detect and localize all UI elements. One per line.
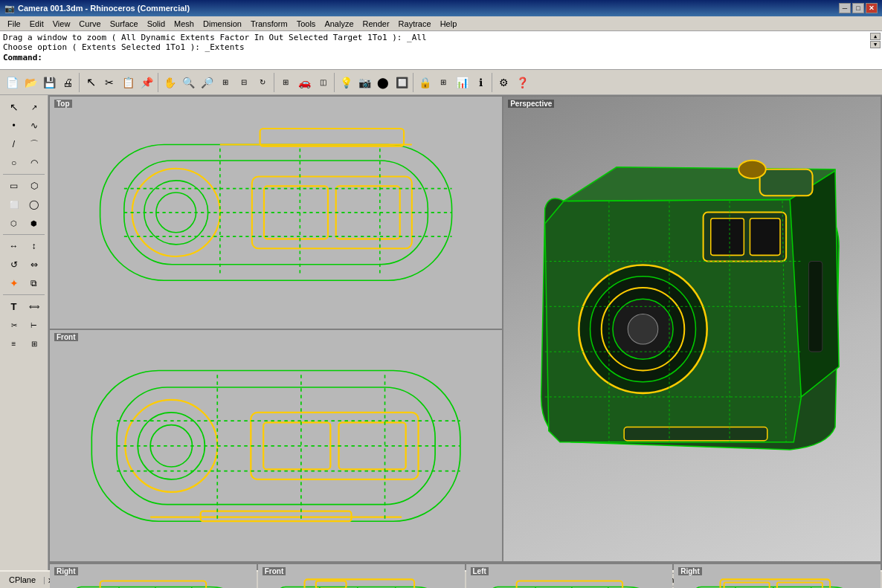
titlebar-title: Camera 001.3dm - Rhinoceros (Commercial) — [18, 4, 190, 13]
vp-bottom-1[interactable]: Right — [50, 564, 257, 588]
menu-file[interactable]: File — [3, 18, 25, 30]
lt-nurbs[interactable]: ⬢ — [25, 214, 44, 232]
svg-rect-16 — [91, 370, 460, 521]
lt-polygon[interactable]: ⬡ — [25, 177, 44, 195]
tb-light[interactable]: 💡 — [337, 74, 355, 91]
lt-row-1: ↖ ↗ — [4, 98, 44, 116]
lt-row-6: ⬜ ◯ — [4, 196, 44, 213]
svg-point-36 — [628, 314, 658, 344]
menu-solid[interactable]: Solid — [143, 18, 170, 30]
lt-circle[interactable]: ○ — [4, 154, 24, 172]
lt-curve[interactable]: ∿ — [25, 117, 44, 135]
tb-open[interactable]: 📂 — [22, 74, 39, 91]
menu-surface[interactable]: Surface — [106, 18, 143, 30]
lt-select-arrow[interactable]: ↖ — [4, 98, 24, 116]
lt-row-9: ↺ ⇔ — [4, 256, 44, 274]
lt-extend[interactable]: ⊢ — [25, 316, 44, 334]
menu-help[interactable]: Help — [436, 18, 462, 30]
lt-box[interactable]: ⬜ — [4, 196, 24, 213]
lt-transform1[interactable]: ↔ — [4, 237, 24, 255]
svg-rect-9 — [260, 129, 404, 146]
lt-layer2[interactable]: ⊞ — [25, 335, 44, 352]
lt-row-3: / ⌒ — [4, 135, 44, 153]
lt-gumball[interactable]: ✦ — [4, 274, 24, 292]
vp-front-label: Front — [54, 333, 78, 341]
tb-paste[interactable]: 📌 — [138, 74, 155, 91]
svg-rect-38 — [711, 219, 744, 256]
tb-unknown1[interactable]: ◫ — [314, 74, 332, 91]
tb-rotate[interactable]: ↻ — [254, 74, 271, 91]
command-scroll-buttons: ▲ ▼ — [870, 33, 881, 48]
vp-bottom-4[interactable]: Right — [674, 564, 881, 588]
tb-separator-1 — [79, 73, 80, 92]
svg-rect-42 — [624, 427, 767, 440]
lt-rect[interactable]: ▭ — [4, 177, 24, 195]
menu-raytrace[interactable]: Raytrace — [394, 18, 436, 30]
tb-viewport-4[interactable]: ⊞ — [277, 74, 294, 91]
tb-new[interactable]: 📄 — [3, 74, 21, 91]
menu-view[interactable]: View — [48, 18, 75, 30]
lt-dim[interactable]: ⟺ — [25, 297, 44, 315]
lt-arc[interactable]: ◠ — [25, 154, 44, 172]
close-button[interactable]: ✕ — [866, 3, 878, 13]
menu-dimension[interactable]: Dimension — [199, 18, 246, 30]
tb-grid[interactable]: ⊞ — [434, 74, 452, 91]
vp-top-svg — [50, 97, 502, 329]
menu-analyze[interactable]: Analyze — [320, 18, 358, 30]
lt-row-4: ○ ◠ — [4, 154, 44, 172]
lt-polyline[interactable]: ⌒ — [25, 135, 44, 153]
lt-sphere2[interactable]: ◯ — [25, 196, 44, 213]
vp-b1-svg: y z — [50, 564, 257, 588]
tb-select[interactable]: ↖ — [82, 74, 100, 91]
cmd-scroll-up[interactable]: ▲ — [870, 33, 881, 40]
command-area: Drag a window to zoom ( All Dynamic Exte… — [0, 31, 882, 70]
tb-lock[interactable]: 🔒 — [416, 74, 434, 91]
cmd-scroll-down[interactable]: ▼ — [870, 41, 881, 48]
command-input[interactable] — [44, 53, 879, 62]
menu-curve[interactable]: Curve — [74, 18, 105, 30]
lt-line[interactable]: / — [4, 135, 24, 153]
tb-zoom-out[interactable]: 🔎 — [198, 74, 216, 91]
vp-top[interactable]: Top — [50, 97, 502, 329]
lt-point[interactable]: • — [4, 117, 24, 135]
lt-row-2: • ∿ — [4, 117, 44, 135]
minimize-button[interactable]: ─ — [839, 3, 851, 13]
vp-perspective[interactable]: Perspective — [503, 97, 881, 561]
command-prompt: Command: — [3, 53, 879, 62]
menu-render[interactable]: Render — [358, 18, 394, 30]
lt-transform2[interactable]: ↕ — [25, 237, 44, 255]
vp-front[interactable]: Front — [50, 330, 502, 562]
lt-surface[interactable]: ⬡ — [4, 214, 24, 232]
menu-transform[interactable]: Transform — [246, 18, 292, 30]
tb-cut[interactable]: ✂ — [100, 74, 118, 91]
menu-mesh[interactable]: Mesh — [170, 18, 199, 30]
tb-print[interactable]: 🖨 — [59, 74, 77, 91]
tb-copy[interactable]: 📋 — [119, 74, 137, 91]
tb-zoom-ext[interactable]: ⊞ — [216, 74, 234, 91]
menu-edit[interactable]: Edit — [25, 18, 48, 30]
menu-tools[interactable]: Tools — [292, 18, 321, 30]
lt-select-options[interactable]: ↗ — [25, 98, 44, 116]
tb-camera[interactable]: 📷 — [355, 74, 373, 91]
tb-pan[interactable]: ✋ — [161, 74, 178, 91]
lt-cage[interactable]: ⧉ — [25, 274, 44, 292]
tb-sphere[interactable]: ⬤ — [374, 74, 392, 91]
vp-bottom-2[interactable]: Front — [258, 564, 465, 588]
tb-properties[interactable]: ℹ — [471, 74, 489, 91]
tb-zoom-in[interactable]: 🔍 — [179, 74, 197, 91]
tb-save[interactable]: 💾 — [40, 74, 58, 91]
lt-text[interactable]: T — [4, 297, 24, 315]
maximize-button[interactable]: □ — [852, 3, 864, 13]
tb-car[interactable]: 🚗 — [295, 74, 313, 91]
tb-render[interactable]: 🔲 — [393, 74, 411, 91]
lt-mirror[interactable]: ⇔ — [25, 256, 44, 274]
vp-bottom-3[interactable]: Left — [466, 564, 673, 588]
tb-layer[interactable]: 📊 — [453, 74, 471, 91]
tb-separator-4 — [334, 73, 335, 92]
tb-help[interactable]: ❓ — [513, 74, 531, 91]
lt-hatching[interactable]: ≡ — [4, 335, 24, 352]
tb-options[interactable]: ⚙ — [495, 74, 512, 91]
lt-rotate2[interactable]: ↺ — [4, 256, 24, 274]
tb-zoom-sel[interactable]: ⊟ — [235, 74, 253, 91]
lt-trim[interactable]: ✂ — [4, 316, 24, 334]
